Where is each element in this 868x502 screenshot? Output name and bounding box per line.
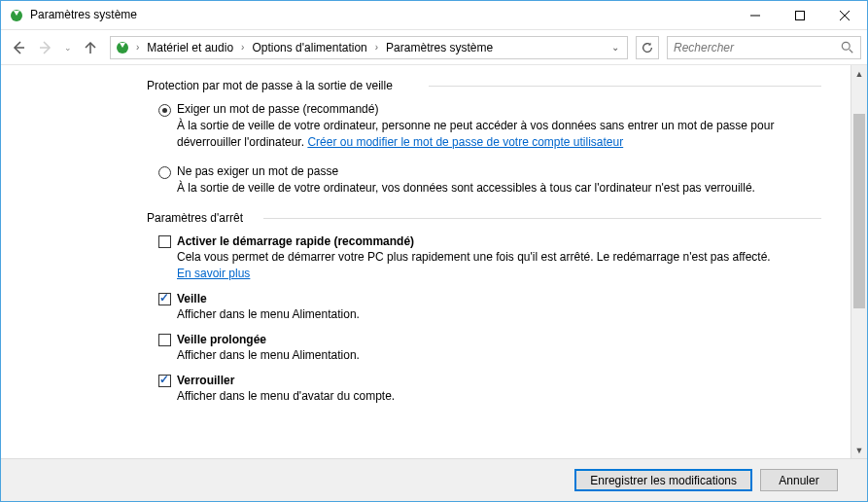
create-password-link[interactable]: Créer ou modifier le mot de passe de vot… xyxy=(307,135,623,149)
chevron-right-icon: › xyxy=(237,42,248,53)
breadcrumb[interactable]: › Matériel et audio › Options d'alimenta… xyxy=(110,36,628,59)
window-controls xyxy=(733,1,867,29)
titlebar: Paramètres système xyxy=(1,1,867,30)
checkbox-label: Verrouiller xyxy=(177,374,395,387)
svg-line-10 xyxy=(850,49,853,53)
nav-recent-dropdown[interactable]: ⌄ xyxy=(61,36,75,59)
refresh-button[interactable] xyxy=(636,36,659,59)
checkbox-label: Activer le démarrage rapide (recommandé) xyxy=(177,234,780,248)
radio-label: Ne pas exiger un mot de passe xyxy=(177,164,755,178)
radio-description: À la sortie de veille de votre ordinateu… xyxy=(177,118,780,151)
checkbox-description: Cela vous permet de démarrer votre PC pl… xyxy=(177,249,780,282)
checkbox-description: Afficher dans le menu Alimentation. xyxy=(177,306,360,323)
svg-rect-2 xyxy=(796,11,805,19)
search-icon xyxy=(841,41,854,54)
content-area: Protection par mot de passe à la sortie … xyxy=(1,65,851,458)
chevron-right-icon: › xyxy=(132,42,143,53)
scroll-up-arrow[interactable]: ▲ xyxy=(851,65,867,82)
checkbox-description: Afficher dans le menu d'avatar du compte… xyxy=(177,388,395,405)
cancel-button[interactable]: Annuler xyxy=(760,469,838,491)
search-placeholder: Rechercher xyxy=(674,41,841,54)
nav-up-button[interactable] xyxy=(79,36,102,59)
close-button[interactable] xyxy=(822,1,867,29)
radio-require-password[interactable]: Exiger un mot de passe (recommandé) À la… xyxy=(158,102,821,151)
breadcrumb-item[interactable]: Options d'alimentation xyxy=(250,41,368,54)
checkbox-lock[interactable]: Verrouiller Afficher dans le menu d'avat… xyxy=(158,374,821,405)
breadcrumb-item[interactable]: Paramètres système xyxy=(384,41,495,54)
checkbox-icon[interactable] xyxy=(158,293,171,305)
breadcrumb-dropdown-icon[interactable]: ⌄ xyxy=(611,42,623,53)
nav-back-button[interactable] xyxy=(7,36,30,59)
breadcrumb-icon xyxy=(115,40,130,55)
radio-icon[interactable] xyxy=(158,166,171,179)
checkbox-icon[interactable] xyxy=(158,235,171,248)
vertical-scrollbar[interactable]: ▲ ▼ xyxy=(851,65,867,458)
navbar: ⌄ › Matériel et audio › Options d'alimen… xyxy=(1,30,867,65)
checkbox-fast-startup[interactable]: Activer le démarrage rapide (recommandé)… xyxy=(158,234,821,282)
checkbox-label: Veille prolongée xyxy=(177,333,360,346)
maximize-button[interactable] xyxy=(778,1,822,29)
section-header-password: Protection par mot de passe à la sortie … xyxy=(147,79,821,92)
save-button[interactable]: Enregistrer les modifications xyxy=(574,469,752,491)
checkbox-hibernate[interactable]: Veille prolongée Afficher dans le menu A… xyxy=(158,333,821,364)
section-header-shutdown: Paramètres d'arrêt xyxy=(147,211,821,225)
chevron-right-icon: › xyxy=(371,42,382,53)
breadcrumb-item[interactable]: Matériel et audio xyxy=(145,41,235,54)
search-input[interactable]: Rechercher xyxy=(667,36,861,59)
checkbox-description: Afficher dans le menu Alimentation. xyxy=(177,347,360,364)
learn-more-link[interactable]: En savoir plus xyxy=(177,267,250,280)
app-icon xyxy=(9,8,24,23)
checkbox-icon[interactable] xyxy=(158,334,171,346)
window-title: Paramètres système xyxy=(30,8,733,23)
section-header-label: Protection par mot de passe à la sortie … xyxy=(147,79,393,92)
radio-label: Exiger un mot de passe (recommandé) xyxy=(177,102,780,116)
section-header-label: Paramètres d'arrêt xyxy=(147,211,243,225)
scroll-down-arrow[interactable]: ▼ xyxy=(851,442,867,458)
minimize-button[interactable] xyxy=(733,1,778,29)
checkbox-sleep[interactable]: Veille Afficher dans le menu Alimentatio… xyxy=(158,292,821,323)
checkbox-icon[interactable] xyxy=(158,375,171,387)
checkbox-label: Veille xyxy=(177,292,360,305)
nav-forward-button[interactable] xyxy=(34,36,57,59)
radio-no-password[interactable]: Ne pas exiger un mot de passe À la sorti… xyxy=(158,164,821,197)
radio-icon[interactable] xyxy=(158,104,171,117)
radio-description: À la sortie de veille de votre ordinateu… xyxy=(177,180,755,197)
footer: Enregistrer les modifications Annuler xyxy=(1,458,867,501)
scroll-thumb[interactable] xyxy=(853,114,865,308)
svg-point-9 xyxy=(842,42,850,50)
